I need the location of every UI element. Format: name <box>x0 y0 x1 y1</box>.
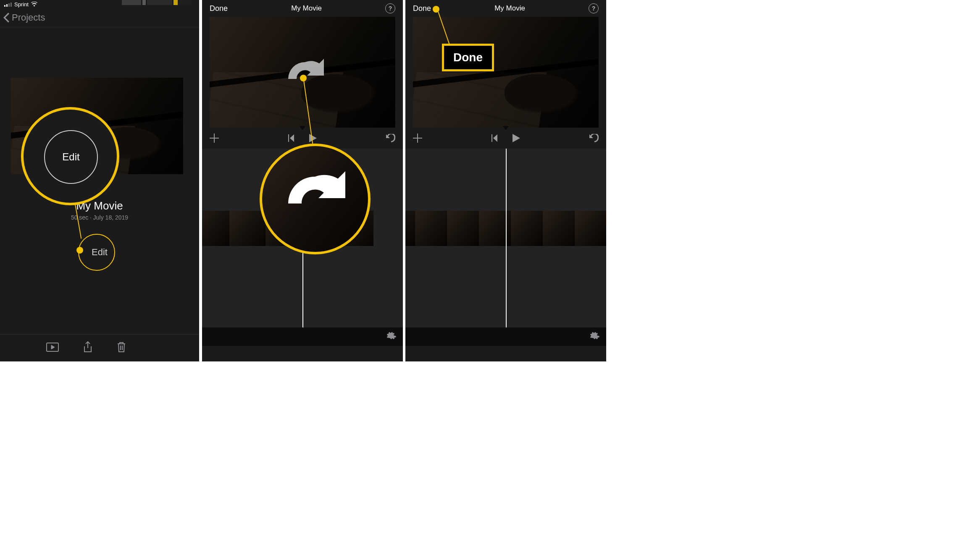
status-bar: Sprint <box>0 0 199 8</box>
settings-button[interactable] <box>387 331 396 342</box>
project-meta: 50 sec · July 18, 2019 <box>0 214 199 221</box>
help-button[interactable]: ? <box>385 3 395 13</box>
play-button[interactable] <box>309 134 317 144</box>
add-media-button[interactable] <box>210 133 219 144</box>
editor-title: My Movie <box>291 4 322 13</box>
callout-dot <box>300 75 307 81</box>
add-media-button[interactable] <box>413 133 422 144</box>
timeline[interactable] <box>405 149 606 346</box>
magnified-edit-label: Edit <box>62 151 79 163</box>
done-button[interactable]: Done <box>210 4 228 13</box>
skip-start-button[interactable] <box>287 134 295 144</box>
panel-editor-rotate: Done My Movie ? <box>202 0 403 361</box>
callout-magnifier-edit: Edit <box>21 107 119 205</box>
timeline-footer <box>202 327 403 346</box>
status-blur <box>122 0 192 5</box>
transport-row <box>405 130 606 148</box>
editor-title: My Movie <box>494 4 525 13</box>
callout-done-label: Done <box>453 51 483 64</box>
nav-back-label: Projects <box>12 12 45 23</box>
playhead-marker-icon <box>503 126 509 130</box>
tutorial-composite: Sprint Projects My Movie 50 sec · July 1… <box>0 0 606 361</box>
video-preview[interactable] <box>210 17 395 128</box>
undo-button[interactable] <box>385 134 395 144</box>
playhead-marker-icon <box>300 126 305 130</box>
edit-button-callout-target[interactable]: Edit <box>78 234 115 271</box>
undo-button[interactable] <box>589 134 599 144</box>
signal-icon <box>4 2 12 7</box>
nav-back[interactable]: Projects <box>0 8 199 27</box>
play-button[interactable] <box>513 134 520 144</box>
playhead[interactable] <box>506 149 507 338</box>
trash-icon[interactable] <box>117 342 126 354</box>
callout-dot <box>76 247 83 254</box>
settings-button[interactable] <box>590 331 599 342</box>
edit-button-label: Edit <box>92 247 108 258</box>
panel-projects: Sprint Projects My Movie 50 sec · July 1… <box>0 0 199 361</box>
chevron-left-icon <box>3 13 9 23</box>
callout-done-box: Done <box>442 44 494 71</box>
divider <box>0 27 199 27</box>
help-button[interactable]: ? <box>589 3 599 13</box>
rotate-icon-large <box>277 163 353 232</box>
project-title: My Movie <box>0 199 199 212</box>
callout-magnifier-rotate <box>260 144 371 254</box>
carrier-label: Sprint <box>14 1 29 8</box>
done-button[interactable]: Done <box>413 4 431 13</box>
toolbar <box>0 334 199 361</box>
video-preview[interactable] <box>413 17 599 128</box>
share-icon[interactable] <box>83 341 92 355</box>
play-video-icon[interactable] <box>46 343 59 353</box>
skip-start-button[interactable] <box>491 134 498 144</box>
editor-header: Done My Movie ? <box>202 0 403 17</box>
panel-editor-done: Done My Movie ? <box>405 0 606 361</box>
timeline-footer <box>405 327 606 346</box>
wifi-icon <box>31 2 37 7</box>
